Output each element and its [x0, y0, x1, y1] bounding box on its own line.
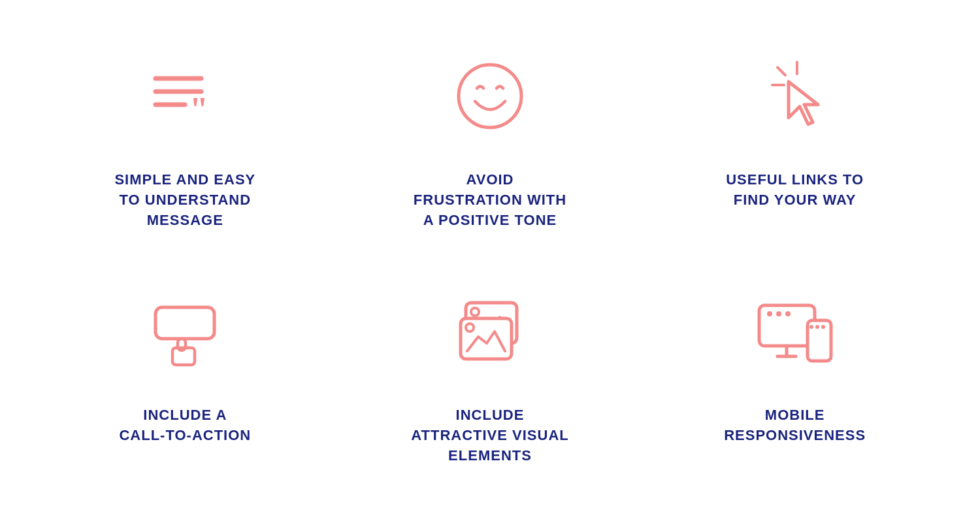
label-useful-links: USEFUL LINKS TO FIND YOUR WAY — [726, 170, 864, 211]
label-mobile: MOBILE RESPONSIVENESS — [724, 405, 866, 446]
card-visual-elements: INCLUDE ATTRACTIVE VISUAL ELEMENTS — [338, 255, 643, 490]
svg-point-18 — [767, 311, 772, 316]
card-simple-message: " SIMPLE AND EASY TO UNDERSTAND MESSAGE — [33, 20, 338, 255]
icon-mobile — [743, 281, 847, 386]
label-simple-message: SIMPLE AND EASY TO UNDERSTAND MESSAGE — [114, 170, 255, 230]
icon-avoid-frustration — [438, 46, 542, 150]
svg-rect-8 — [155, 307, 214, 339]
svg-point-14 — [471, 308, 479, 316]
svg-point-19 — [776, 311, 781, 316]
svg-line-7 — [777, 67, 785, 75]
svg-point-4 — [459, 65, 521, 128]
card-call-to-action: INCLUDE A CALL-TO-ACTION — [33, 255, 338, 490]
card-useful-links: USEFUL LINKS TO FIND YOUR WAY — [642, 20, 947, 255]
svg-point-24 — [809, 325, 813, 329]
svg-point-26 — [821, 325, 825, 329]
label-visual-elements: INCLUDE ATTRACTIVE VISUAL ELEMENTS — [411, 405, 568, 466]
icon-simple-message: " — [133, 46, 237, 150]
card-mobile: MOBILE RESPONSIVENESS — [642, 255, 947, 490]
svg-text:": " — [189, 91, 208, 128]
svg-point-25 — [815, 325, 819, 329]
icon-call-to-action — [133, 281, 237, 386]
features-grid: " SIMPLE AND EASY TO UNDERSTAND MESSAGE … — [33, 20, 947, 490]
svg-point-20 — [785, 311, 791, 316]
card-avoid-frustration: AVOID FRUSTRATION WITH A POSITIVE TONE — [338, 20, 643, 255]
label-avoid-frustration: AVOID FRUSTRATION WITH A POSITIVE TONE — [414, 170, 566, 230]
icon-visual-elements — [438, 281, 542, 386]
label-call-to-action: INCLUDE A CALL-TO-ACTION — [119, 405, 251, 446]
icon-useful-links — [743, 46, 847, 150]
